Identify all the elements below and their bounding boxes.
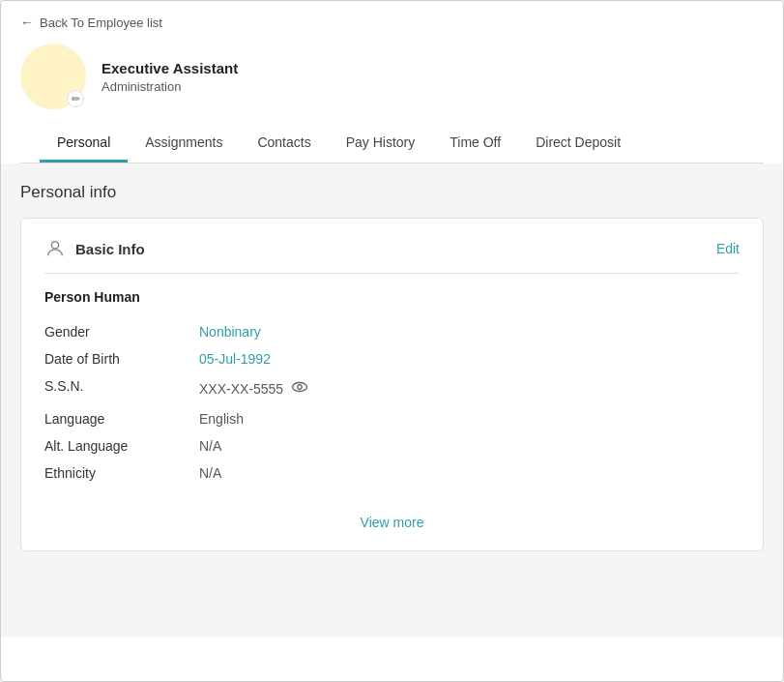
field-value-ethnicity: N/A	[199, 460, 740, 487]
field-label-dob: Date of Birth	[44, 345, 199, 372]
tab-pay-history[interactable]: Pay History	[329, 125, 433, 163]
table-row: Gender Nonbinary	[44, 318, 740, 345]
tab-contacts[interactable]: Contacts	[240, 125, 328, 163]
field-value-language: English	[199, 405, 740, 432]
field-label-gender: Gender	[44, 318, 199, 345]
avatar-edit-button[interactable]: ✏	[67, 90, 84, 107]
content-area: Personal info Basic Info Edit Person Hum…	[1, 163, 783, 638]
tab-assignments[interactable]: Assignments	[128, 125, 240, 163]
tab-direct-deposit[interactable]: Direct Deposit	[518, 125, 638, 163]
tabs-container: Personal Assignments Contacts Pay Histor…	[20, 125, 764, 163]
table-row: Date of Birth 05-Jul-1992	[44, 345, 740, 372]
table-row: Ethnicity N/A	[44, 460, 740, 487]
top-bar: ← Back To Employee list ✏ Executive Assi…	[1, 1, 783, 163]
view-more-button[interactable]: View more	[361, 515, 424, 530]
svg-point-2	[298, 385, 303, 390]
field-label-language: Language	[44, 405, 199, 432]
tab-time-off[interactable]: Time Off	[432, 125, 518, 163]
eye-icon[interactable]	[291, 378, 308, 400]
card-header: Basic Info Edit	[44, 238, 740, 259]
card-header-left: Basic Info	[44, 238, 145, 259]
employee-full-name: Person Human	[44, 289, 740, 305]
employee-info: Executive Assistant Administration	[102, 60, 238, 94]
table-row: Alt. Language N/A	[44, 432, 740, 460]
svg-point-0	[51, 242, 58, 249]
tab-personal[interactable]: Personal	[40, 125, 128, 163]
svg-point-1	[293, 383, 307, 392]
back-link[interactable]: ← Back To Employee list	[20, 15, 764, 30]
field-value-ssn: XXX-XX-5555	[199, 372, 740, 405]
table-row: Language English	[44, 405, 740, 432]
employee-department: Administration	[102, 79, 238, 94]
field-value-gender: Nonbinary	[199, 318, 740, 345]
card-title: Basic Info	[75, 241, 145, 257]
field-label-ethnicity: Ethnicity	[44, 460, 199, 487]
field-value-dob: 05-Jul-1992	[199, 345, 740, 372]
employee-title: Executive Assistant	[102, 60, 238, 76]
section-title: Personal info	[20, 183, 764, 202]
basic-info-card: Basic Info Edit Person Human Gender Nonb…	[20, 218, 764, 551]
employee-header: ✏ Executive Assistant Administration	[20, 44, 764, 109]
person-icon	[44, 238, 66, 259]
info-table: Gender Nonbinary Date of Birth 05-Jul-19…	[44, 318, 740, 487]
view-more-container: View more	[44, 504, 740, 531]
back-arrow-icon: ←	[20, 15, 34, 30]
ssn-row: XXX-XX-5555	[199, 378, 740, 400]
page-container: ← Back To Employee list ✏ Executive Assi…	[0, 0, 784, 682]
edit-button[interactable]: Edit	[716, 241, 740, 256]
table-row: S.S.N. XXX-XX-5555	[44, 372, 740, 405]
card-divider	[44, 273, 740, 274]
back-link-label: Back To Employee list	[40, 15, 162, 30]
avatar-container: ✏	[20, 44, 86, 109]
field-label-ssn: S.S.N.	[44, 372, 199, 405]
field-label-alt-language: Alt. Language	[44, 432, 199, 460]
field-value-alt-language: N/A	[199, 432, 740, 460]
